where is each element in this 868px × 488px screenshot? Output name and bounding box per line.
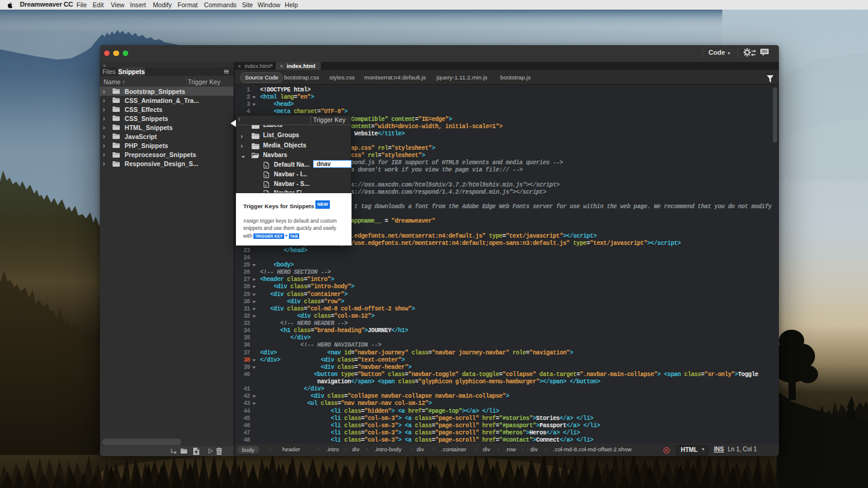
svg-text:s: s <box>265 173 267 177</box>
svg-text:s: s <box>265 184 267 187</box>
svg-text:s: s <box>265 164 267 167</box>
svg-text:s: s <box>265 192 267 193</box>
